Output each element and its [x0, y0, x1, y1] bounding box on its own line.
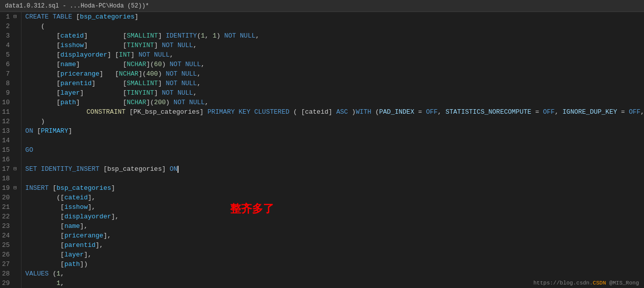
line-number: 22: [2, 212, 17, 221]
title-text: data1.0.312.sql - ...Hoda-PC\Hoda (52))*: [5, 3, 149, 10]
code-line: [name] [NCHAR](60) NOT NULL,: [26, 60, 644, 69]
line-number: 3: [2, 31, 17, 41]
code-line: [isshow],: [26, 202, 644, 212]
watermark-site: https://blog.csdn.: [534, 280, 593, 286]
line-number: 29: [2, 278, 17, 288]
line-number: 9: [2, 88, 17, 98]
code-line: [layer] [TINYINT] NOT NULL,: [26, 88, 644, 98]
line-number: 12: [2, 117, 17, 126]
line-number: 23: [2, 221, 17, 231]
line-number: 14: [2, 136, 17, 145]
line-number: 19⊟: [2, 183, 17, 193]
code-line: [26, 136, 644, 145]
line-number: 24: [2, 231, 17, 240]
code-line: [name],: [26, 221, 644, 231]
line-number: 17⊟: [2, 164, 17, 174]
line-number: 7: [2, 69, 17, 79]
line-number: 26: [2, 250, 17, 259]
code-line: [parentid],: [26, 240, 644, 250]
line-number: 16: [2, 155, 17, 164]
line-numbers: 1⊟234567891011121314151617⊟1819⊟20212223…: [0, 12, 22, 288]
line-number: 1⊟: [2, 12, 17, 22]
line-number: 21: [2, 202, 17, 212]
watermark-handle: @MIS_Rong: [606, 280, 639, 286]
code-line: ON [PRIMARY]: [26, 126, 644, 136]
line-number: 10: [2, 98, 17, 107]
editor-container: 1⊟234567891011121314151617⊟1819⊟20212223…: [0, 12, 644, 288]
code-line: [26, 155, 644, 164]
title-bar: data1.0.312.sql - ...Hoda-PC\Hoda (52))*: [0, 0, 644, 12]
code-line: [displayorder],: [26, 212, 644, 221]
watermark: https://blog.csdn.CSDN @MIS_Rong: [534, 280, 639, 286]
code-line: [displayorder] [INT] NOT NULL,: [26, 50, 644, 60]
code-content[interactable]: CREATE TABLE [bsp_categories] ( [cateid]…: [22, 12, 644, 288]
line-number: 4: [2, 41, 17, 50]
line-number: 20: [2, 193, 17, 202]
code-line: ): [26, 117, 644, 126]
code-line: CONSTRAINT [PK_bsp_categories] PRIMARY K…: [26, 107, 644, 117]
code-line: INSERT [bsp_categories]: [26, 183, 644, 193]
line-number: 18: [2, 174, 17, 183]
code-line: CREATE TABLE [bsp_categories]: [26, 12, 644, 22]
code-line: [path] [NCHAR](200) NOT NULL,: [26, 98, 644, 107]
code-line: [isshow] [TINYINT] NOT NULL,: [26, 41, 644, 50]
line-number: 25: [2, 240, 17, 250]
code-line: SET IDENTITY_INSERT [bsp_categories] ON: [26, 164, 644, 174]
line-number: 15: [2, 145, 17, 155]
code-line: [pricerange] [NCHAR](400) NOT NULL,: [26, 69, 644, 79]
code-line: [cateid] [SMALLINT] IDENTITY(1, 1) NOT N…: [26, 31, 644, 41]
line-number: 8: [2, 79, 17, 88]
code-line: VALUES (1,: [26, 269, 644, 278]
code-line: (: [26, 22, 644, 31]
line-number: 6: [2, 60, 17, 69]
code-line: GO: [26, 145, 644, 155]
code-line: [26, 174, 644, 183]
code-line: [parentid] [SMALLINT] NOT NULL,: [26, 79, 644, 88]
code-line: [layer],: [26, 250, 644, 259]
line-number: 5: [2, 50, 17, 60]
line-number: 2: [2, 22, 17, 31]
line-number: 11: [2, 107, 17, 117]
line-number: 27: [2, 259, 17, 269]
code-line: [pricerange],: [26, 231, 644, 240]
line-number: 13: [2, 126, 17, 136]
code-line: [path]): [26, 259, 644, 269]
watermark-brand: CSDN: [593, 280, 606, 286]
code-line: ([cateid],: [26, 193, 644, 202]
line-number: 28: [2, 269, 17, 278]
